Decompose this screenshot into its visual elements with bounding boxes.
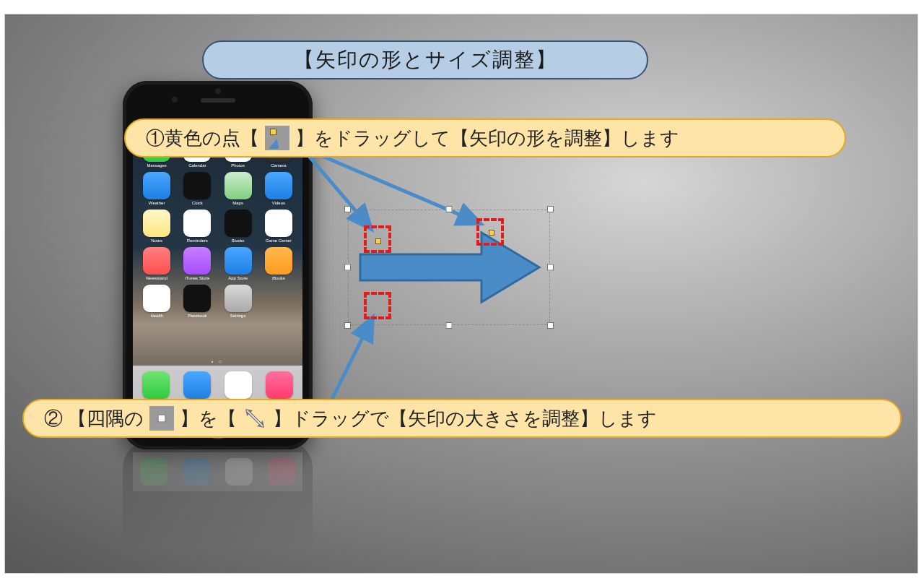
phone-speaker bbox=[201, 98, 235, 103]
resize-handle-tm[interactable] bbox=[446, 206, 453, 212]
app-label: Maps bbox=[221, 201, 256, 205]
app-label: Settings bbox=[221, 314, 256, 318]
app-icon bbox=[183, 210, 211, 237]
dock-icon-phone bbox=[142, 371, 170, 399]
app-icon bbox=[143, 285, 170, 312]
app-icon bbox=[225, 172, 252, 199]
resize-handle-br[interactable] bbox=[547, 322, 554, 329]
app-label: Newsstand bbox=[139, 276, 174, 280]
resize-handle-bm[interactable] bbox=[446, 322, 453, 329]
dock-icon-reflection bbox=[140, 458, 167, 486]
app-icon bbox=[143, 210, 170, 237]
app-label: Photos bbox=[221, 163, 256, 168]
svg-line-3 bbox=[330, 316, 373, 403]
app-icon bbox=[225, 210, 252, 237]
dock-icon-reflection bbox=[183, 458, 210, 486]
title-callout: 【矢印の形とサイズ調整】 bbox=[202, 40, 648, 79]
page-dots: • ○ bbox=[133, 359, 302, 364]
app-icon bbox=[183, 285, 211, 312]
resize-handle-icon bbox=[149, 406, 174, 431]
title-text: 【矢印の形とサイズ調整】 bbox=[294, 46, 557, 74]
app-icon bbox=[265, 247, 292, 275]
diagonal-resize-cursor-icon bbox=[243, 406, 267, 431]
phone-reflection bbox=[123, 442, 313, 578]
app-label: Health bbox=[139, 314, 174, 318]
app-icon-clock: Clock bbox=[178, 172, 217, 205]
app-label: App Store bbox=[221, 276, 256, 280]
resize-handle-ml[interactable] bbox=[344, 264, 351, 271]
step2-pre: ② 【四隅の bbox=[44, 406, 144, 431]
app-label: Stocks bbox=[221, 238, 256, 243]
step2-mid: 】を【 bbox=[180, 406, 237, 431]
app-icon-videos: Videos bbox=[259, 172, 298, 205]
app-icon-newsstand: Newsstand bbox=[137, 247, 176, 280]
app-icon-game-center: Game Center bbox=[259, 210, 298, 243]
phone-camera bbox=[172, 97, 178, 103]
app-icon bbox=[143, 172, 170, 199]
resize-handle-tr[interactable] bbox=[547, 206, 554, 212]
slide-canvas: ••••• T 9:41 AM 100% MessagesCalendarPho… bbox=[5, 14, 918, 573]
highlight-box bbox=[364, 292, 391, 319]
app-icon-passbook: Passbook bbox=[178, 285, 217, 318]
resize-handle-bl[interactable] bbox=[344, 322, 351, 329]
app-icon bbox=[183, 172, 211, 199]
app-icon-app-store: App Store bbox=[219, 247, 258, 280]
dock-icon-safari bbox=[225, 371, 252, 399]
app-label: Game Center bbox=[261, 238, 296, 243]
arrow-shape-selection[interactable] bbox=[348, 210, 550, 325]
app-label: iTunes Store bbox=[180, 276, 214, 280]
dock-icon-reflection bbox=[225, 458, 253, 486]
dock-icon-music bbox=[266, 371, 293, 399]
step1-post: 】をドラッグして【矢印の形を調整】します bbox=[295, 126, 679, 151]
dock-icon-mail bbox=[183, 371, 211, 399]
app-label: Calendar bbox=[180, 163, 214, 168]
app-icon bbox=[183, 247, 211, 275]
app-label: Passbook bbox=[180, 314, 214, 318]
app-label: Reminders bbox=[180, 238, 214, 243]
resize-handle-tl[interactable] bbox=[344, 206, 351, 212]
app-label: iBooks bbox=[261, 276, 296, 280]
yellow-adjust-handle-icon bbox=[265, 126, 289, 150]
app-label: Weather bbox=[139, 201, 174, 205]
highlight-box bbox=[476, 218, 504, 246]
app-icon-reminders: Reminders bbox=[178, 210, 217, 243]
phone-screen: ••••• T 9:41 AM 100% MessagesCalendarPho… bbox=[133, 120, 302, 405]
step2-callout: ② 【四隅の 】を【 】ドラッグで【矢印の大きさを調整】します bbox=[22, 399, 902, 438]
app-icon-stocks: Stocks bbox=[219, 210, 258, 243]
app-label: Messages bbox=[139, 163, 174, 168]
app-label: Camera bbox=[261, 163, 296, 168]
app-icon bbox=[225, 247, 252, 275]
step2-post: 】ドラッグで【矢印の大きさを調整】します bbox=[273, 406, 657, 431]
highlight-box bbox=[364, 225, 391, 253]
step1-callout: ①黄色の点【 】をドラッグして【矢印の形を調整】します bbox=[124, 118, 846, 158]
svg-line-8 bbox=[247, 410, 263, 426]
app-label: Clock bbox=[180, 201, 214, 205]
app-icon-maps: Maps bbox=[219, 172, 258, 205]
dock-icon-reflection bbox=[268, 458, 295, 486]
app-icon-ibooks: iBooks bbox=[259, 247, 298, 280]
app-icon-itunes-store: iTunes Store bbox=[178, 247, 217, 280]
step1-pre: ①黄色の点【 bbox=[146, 126, 259, 151]
app-icon bbox=[265, 172, 292, 199]
app-label: Notes bbox=[139, 238, 174, 243]
phone-sensor bbox=[215, 88, 221, 94]
dock-reflection bbox=[133, 452, 302, 491]
resize-handle-mr[interactable] bbox=[547, 264, 554, 271]
app-grid: MessagesCalendarPhotosCameraWeatherClock… bbox=[133, 130, 302, 318]
app-icon bbox=[225, 285, 252, 312]
app-icon-health: Health bbox=[137, 285, 176, 318]
app-label: Videos bbox=[261, 201, 296, 205]
app-icon bbox=[143, 247, 170, 275]
app-icon bbox=[265, 210, 292, 237]
app-icon-settings: Settings bbox=[219, 285, 258, 318]
app-icon-weather: Weather bbox=[137, 172, 176, 205]
app-icon-notes: Notes bbox=[137, 210, 176, 243]
